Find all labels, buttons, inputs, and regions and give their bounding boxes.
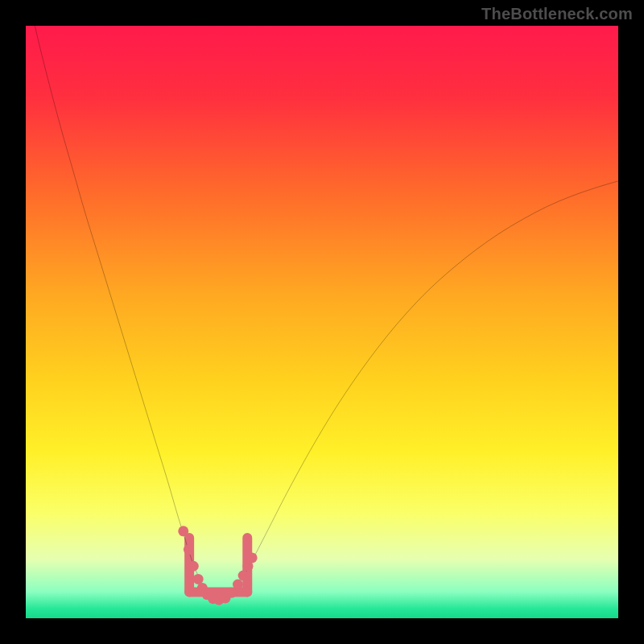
chart-frame: TheBottleneck.com	[0, 0, 644, 644]
watermark-text: TheBottleneck.com	[481, 5, 633, 23]
bottleneck-curve	[26, 26, 618, 601]
highlight-dot	[247, 552, 258, 563]
highlight-dot	[226, 588, 237, 598]
highlight-dot	[238, 571, 249, 581]
highlight-dot	[193, 574, 204, 584]
highlight-dot	[233, 580, 243, 590]
highlight-dot	[188, 561, 199, 572]
highlight-dot	[184, 544, 194, 555]
highlight-dot	[178, 526, 188, 536]
curve-layer	[26, 26, 618, 618]
plot-area	[26, 26, 618, 618]
